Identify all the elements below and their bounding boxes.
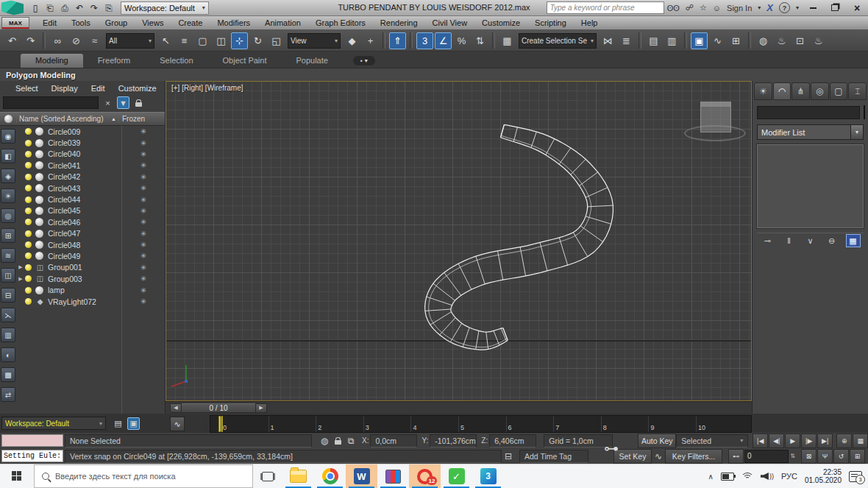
visibility-bulb-icon[interactable]	[25, 287, 32, 294]
modifier-list-dropdown[interactable]: Modifier List ▾	[757, 124, 864, 140]
ribbon-minimize-button[interactable]: ▪ ▾	[353, 56, 375, 66]
go-to-end-button[interactable]: ▶|	[817, 434, 833, 448]
next-frame-button[interactable]: |▶	[801, 434, 817, 448]
menu-modifiers[interactable]: Modifiers	[210, 18, 257, 27]
redo-scene-icon[interactable]: ↷	[87, 1, 102, 15]
workspace-selector[interactable]: Workspace: Default ▾	[1, 417, 106, 430]
minimize-button[interactable]	[802, 1, 824, 15]
visibility-bulb-icon[interactable]	[25, 241, 32, 248]
macro-recorder-line[interactable]	[1, 434, 63, 447]
remove-modifier[interactable]: ⊖	[825, 234, 839, 247]
viewport-right-wireframe[interactable]: [+] [Right] [Wireframe]	[166, 81, 752, 401]
polygon-modeling-panel[interactable]: Polygon Modeling	[6, 71, 76, 79]
viewcube-compass-ring[interactable]	[684, 125, 746, 141]
language-indicator[interactable]: РУС	[781, 472, 797, 481]
help-icon[interactable]: ?	[779, 2, 790, 13]
taskbar-clock[interactable]: 22:35 01.05.2020	[805, 468, 842, 484]
selection-filter-dropdown[interactable]: All▾	[106, 33, 154, 49]
scene-object-row[interactable]: Circle009✳	[16, 126, 165, 137]
menu-help[interactable]: Help	[574, 18, 605, 27]
set-keys-key-icon[interactable]: ⊶	[602, 434, 621, 462]
pan-view-button[interactable]: Ψ	[817, 449, 833, 464]
communication-center-icon[interactable]: ☍	[686, 3, 694, 13]
chevron-down-icon[interactable]: ▾	[758, 4, 761, 11]
scene-object-row[interactable]: ◆VRayLight072✳	[16, 296, 165, 307]
align-button[interactable]: ≣	[618, 32, 635, 49]
menu-scripting[interactable]: Scripting	[527, 18, 574, 27]
spinner-snap-toggle-button[interactable]: ⇅	[472, 32, 488, 49]
visibility-bulb-icon[interactable]	[25, 219, 32, 225]
render-setup-button[interactable]: ♨	[773, 32, 790, 49]
menu-views[interactable]: Views	[135, 18, 171, 27]
select-and-link-button[interactable]: ∞	[49, 32, 66, 49]
manage-layers-icon[interactable]: ▤	[112, 417, 124, 430]
zoom-mode-button[interactable]: ⊕	[836, 434, 852, 448]
orbit-view-button[interactable]: ↺	[833, 449, 849, 464]
visibility-bulb-icon[interactable]	[25, 252, 32, 259]
play-animation-button[interactable]: ▶	[785, 434, 800, 448]
named-selection-sets-dropdown[interactable]: Create Selection Se▾	[519, 33, 597, 49]
go-to-start-button[interactable]: |◀	[753, 434, 768, 448]
select-by-name-button[interactable]: ≡	[176, 32, 193, 49]
unlink-selection-button[interactable]: ⊘	[68, 32, 85, 49]
workspace-dropdown[interactable]: Workspace: Default ▾	[121, 1, 209, 15]
close-button[interactable]: ×	[846, 1, 868, 15]
isolate-selection-icon[interactable]: ◍	[318, 434, 331, 448]
display-lights-icon[interactable]: ☀	[1, 188, 15, 203]
scene-object-row[interactable]: Circle046✳	[16, 216, 165, 227]
mini-curve-editor-button[interactable]: ∿	[170, 417, 185, 431]
explorer-menu-display[interactable]: Display	[45, 84, 85, 93]
previous-frame-button[interactable]: ◀|	[769, 434, 784, 448]
configure-modifier-sets[interactable]: ▦	[846, 234, 861, 247]
command-tab-modify[interactable]: ◠	[773, 82, 791, 100]
redo-button[interactable]: ↷	[22, 32, 39, 49]
zoom-extents-button[interactable]: ▦	[853, 434, 868, 448]
menu-group[interactable]: Group	[98, 18, 135, 27]
mirror-button[interactable]: ⋈	[600, 32, 616, 49]
current-frame-field[interactable]	[744, 450, 789, 463]
visibility-bulb-icon[interactable]	[25, 185, 32, 191]
explorer-select-icon[interactable]: ◉	[1, 129, 15, 144]
scene-object-row[interactable]: Circle043✳	[16, 183, 165, 194]
visibility-bulb-icon[interactable]	[25, 128, 32, 135]
menu-edit[interactable]: Edit	[35, 18, 64, 27]
add-time-tag[interactable]: Add Time Tag	[519, 450, 588, 463]
lock-explorer-icon[interactable]	[132, 96, 145, 109]
display-bones-icon[interactable]: ⋋	[1, 308, 15, 322]
display-spacewarps-icon[interactable]: ≋	[1, 248, 15, 263]
scene-object-row[interactable]: Circle041✳	[16, 160, 165, 171]
reference-coordinate-system-dropdown[interactable]: View▾	[288, 33, 341, 49]
visibility-bulb-icon[interactable]	[25, 174, 32, 180]
ribbon-tab-populate[interactable]: Populate	[281, 54, 342, 68]
explorer-menu-select[interactable]: Select	[9, 84, 45, 93]
select-and-move-button[interactable]: ⊹	[231, 32, 248, 49]
wifi-icon[interactable]	[741, 472, 753, 481]
x-coordinate-field[interactable]: 0,0cm	[370, 434, 417, 448]
explorer-search-input[interactable]	[3, 96, 99, 109]
visibility-bulb-icon[interactable]	[25, 208, 32, 214]
notification-center-icon[interactable]: 3	[849, 471, 862, 482]
chevron-down-icon[interactable]: ▾	[796, 4, 799, 11]
scene-object-row[interactable]: ▶◫Group001✳	[16, 262, 165, 273]
keyword-search-input[interactable]	[547, 1, 664, 14]
frozen-column-header[interactable]: Frozen	[118, 115, 165, 123]
name-column-header[interactable]: Name (Sorted Ascending) ▲	[16, 115, 118, 123]
display-cameras-icon[interactable]: ◎	[1, 208, 15, 223]
chrome-taskbar-button[interactable]	[314, 464, 346, 488]
prompt-options-icon[interactable]: ⊟	[502, 450, 515, 463]
sync-selection-icon[interactable]: ⇄	[1, 387, 15, 402]
start-button[interactable]	[0, 464, 34, 488]
scene-object-row[interactable]: Circle042✳	[16, 171, 165, 183]
object-name-field[interactable]	[757, 106, 860, 119]
curve-editor-button[interactable]: ∿	[709, 32, 726, 49]
y-coordinate-field[interactable]: -101,376cm	[430, 434, 477, 448]
scene-object-row[interactable]: lamp✳	[16, 284, 165, 295]
menu-rendering[interactable]: Rendering	[373, 18, 425, 27]
rendered-frame-window-button[interactable]: ⊡	[791, 32, 808, 49]
visibility-bulb-icon[interactable]	[25, 140, 32, 146]
restore-button[interactable]	[824, 1, 846, 15]
scene-object-row[interactable]: ▶◫Group003✳	[16, 273, 165, 284]
ribbon-tab-object-paint[interactable]: Object Paint	[208, 54, 282, 68]
3ds-max-logo-icon[interactable]	[1, 1, 24, 15]
signin-avatar-icon[interactable]: ☺	[713, 4, 721, 13]
